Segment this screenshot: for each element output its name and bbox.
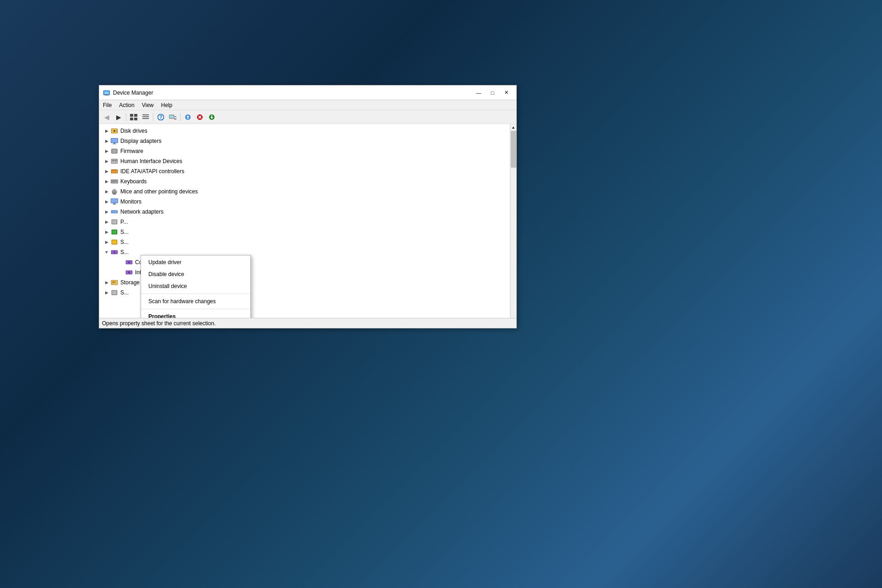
tree-item-s2[interactable]: ▶ S...: [99, 237, 510, 247]
icon-s2: [110, 238, 119, 246]
label-display-adapters: Display adapters: [120, 138, 161, 144]
label-s3: S...: [120, 289, 129, 296]
label-network: Network adapters: [120, 209, 164, 215]
label-firmware: Firmware: [120, 148, 143, 154]
icon-s3: [110, 289, 119, 296]
close-button[interactable]: ✕: [500, 88, 513, 97]
label-s1: S...: [120, 229, 129, 235]
menu-help[interactable]: Help: [158, 101, 176, 109]
back-button[interactable]: ◀: [101, 112, 112, 123]
tree-item-s1[interactable]: ▶ S...: [99, 227, 510, 237]
svg-rect-67: [113, 211, 113, 212]
expand-firmware[interactable]: ▶: [103, 147, 110, 155]
window-icon: [103, 89, 110, 96]
tree-item-disk-drives[interactable]: ▶ Disk drives: [99, 126, 510, 136]
svg-rect-54: [113, 181, 115, 182]
minimize-button[interactable]: —: [472, 88, 485, 97]
svg-rect-61: [111, 199, 118, 203]
expand-p1[interactable]: ▶: [103, 218, 110, 226]
tree-item-p1[interactable]: ▶ P...: [99, 217, 510, 227]
svg-rect-29: [111, 139, 118, 142]
svg-rect-63: [113, 204, 116, 204]
svg-rect-3: [105, 95, 108, 96]
icon-s1: [110, 228, 119, 236]
svg-rect-51: [114, 181, 115, 181]
expand-monitors[interactable]: ▶: [103, 198, 110, 205]
label-hid: Human Interface Devices: [120, 158, 182, 164]
menu-action[interactable]: Action: [115, 101, 138, 109]
context-menu-update-driver[interactable]: Update driver: [141, 256, 250, 268]
scan-button[interactable]: [167, 112, 178, 123]
toolbar-separator-2: [153, 113, 153, 121]
expand-sound[interactable]: ▼: [103, 249, 110, 256]
expand-disk-drives[interactable]: ▶: [103, 127, 110, 135]
icon-network: [110, 208, 119, 215]
tree-item-display-adapters[interactable]: ▶ Display adapters: [99, 136, 510, 146]
expand-storage[interactable]: ▶: [103, 279, 110, 286]
svg-rect-45: [113, 170, 114, 171]
expand-intel-audio: ▶: [118, 269, 125, 276]
properties-list-button[interactable]: [140, 112, 151, 123]
tree-item-mice[interactable]: ▶ Mice and other pointing devices: [99, 187, 510, 197]
icon-display-adapters: [110, 137, 119, 145]
expand-hid[interactable]: ▶: [103, 158, 110, 165]
label-keyboards: Keyboards: [120, 178, 147, 185]
forward-button[interactable]: ▶: [113, 112, 124, 123]
svg-rect-68: [114, 211, 114, 212]
svg-text:?: ?: [159, 115, 162, 120]
device-manager-view-button[interactable]: [128, 112, 139, 123]
context-menu-disable-device[interactable]: Disable device: [141, 268, 250, 280]
uninstall-button[interactable]: [194, 112, 205, 123]
tree-item-network[interactable]: ▶ Network adapters: [99, 207, 510, 217]
context-menu-scan-hardware[interactable]: Scan for hardware changes: [141, 295, 250, 307]
tree-item-hid[interactable]: ▶ Human Interface Devices: [99, 156, 510, 166]
help-button[interactable]: ?: [155, 112, 166, 123]
menu-file[interactable]: File: [99, 101, 115, 109]
menu-view[interactable]: View: [138, 101, 158, 109]
svg-point-27: [116, 130, 117, 131]
tree-item-keyboards[interactable]: ▶ Keyboards: [99, 176, 510, 187]
label-disk-drives: Disk drives: [120, 128, 147, 134]
maximize-button[interactable]: □: [486, 88, 499, 97]
expand-keyboards[interactable]: ▶: [103, 178, 110, 185]
expand-mice[interactable]: ▶: [103, 188, 110, 195]
icon-p1: [110, 218, 119, 226]
context-menu-properties[interactable]: Properties: [141, 311, 250, 318]
download-driver-button[interactable]: [206, 112, 217, 123]
label-ide: IDE ATA/ATAPI controllers: [120, 168, 184, 175]
label-mice: Mice and other pointing devices: [120, 188, 198, 195]
svg-rect-50: [113, 181, 114, 181]
svg-rect-7: [134, 118, 137, 120]
svg-rect-62: [113, 203, 115, 204]
expand-s3[interactable]: ▶: [103, 289, 110, 296]
svg-rect-46: [115, 170, 116, 171]
svg-rect-31: [113, 144, 116, 144]
tree-item-firmware[interactable]: ▶ Firmware: [99, 146, 510, 156]
window-title: Device Manager: [113, 90, 472, 96]
context-menu-uninstall-device[interactable]: Uninstall device: [141, 280, 250, 292]
expand-s1[interactable]: ▶: [103, 228, 110, 236]
scrollbar-thumb[interactable]: [511, 131, 516, 168]
tree-item-monitors[interactable]: ▶ Monitors: [99, 197, 510, 207]
content-area: ▶ Disk drives ▶ Display adapters ▶: [99, 124, 516, 318]
expand-ide[interactable]: ▶: [103, 168, 110, 175]
icon-mice: [110, 188, 119, 195]
label-p1: P...: [120, 219, 128, 225]
svg-rect-34: [111, 150, 112, 151]
icon-intel-audio: [125, 269, 133, 276]
svg-rect-8: [142, 114, 149, 115]
icon-sound: [110, 249, 119, 256]
expand-network[interactable]: ▶: [103, 208, 110, 215]
scrollbar-up-button[interactable]: ▲: [510, 124, 516, 130]
svg-rect-70: [112, 220, 117, 224]
svg-point-59: [114, 190, 116, 192]
tree-item-ide[interactable]: ▶ IDE ATA/ATAPI controllers: [99, 166, 510, 176]
expand-display-adapters[interactable]: ▶: [103, 137, 110, 145]
svg-rect-87: [112, 282, 116, 282]
update-driver-button[interactable]: [182, 112, 193, 123]
vertical-scrollbar[interactable]: ▲: [510, 124, 516, 318]
svg-rect-33: [112, 149, 117, 153]
expand-s2[interactable]: ▶: [103, 238, 110, 246]
context-menu-separator-2: [141, 309, 250, 309]
svg-rect-43: [112, 170, 117, 173]
